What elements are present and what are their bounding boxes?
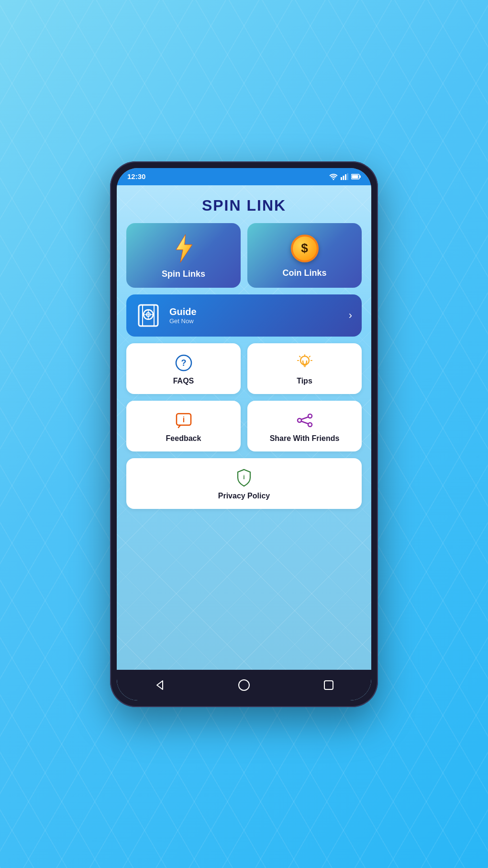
feedback-label: Feedback: [166, 434, 201, 443]
faqs-icon: ?: [175, 354, 193, 372]
svg-point-34: [239, 680, 249, 690]
home-button[interactable]: [233, 675, 255, 696]
spin-links-card[interactable]: Spin Links: [126, 223, 241, 288]
svg-rect-35: [324, 681, 333, 689]
svg-point-28: [298, 418, 301, 422]
svg-line-31: [301, 421, 308, 424]
coin-links-card[interactable]: $ Coin Links: [247, 223, 362, 288]
lightning-icon: [171, 234, 196, 263]
guide-title: Guide: [169, 306, 340, 317]
privacy-policy-label: Privacy Policy: [218, 492, 270, 500]
coin-icon: $: [291, 235, 319, 262]
share-with-friends-label: Share With Friends: [270, 434, 340, 443]
tips-icon: [296, 354, 314, 372]
spin-links-label: Spin Links: [162, 269, 205, 279]
svg-rect-2: [345, 174, 346, 180]
menu-grid: ? FAQS: [126, 343, 362, 451]
home-circle-icon: [237, 678, 251, 692]
svg-rect-0: [341, 177, 342, 180]
svg-rect-1: [343, 176, 344, 180]
signal-icon: [341, 173, 348, 180]
svg-marker-33: [157, 681, 163, 689]
svg-rect-5: [360, 175, 361, 178]
svg-rect-3: [347, 173, 349, 180]
guide-banner[interactable]: Guide Get Now ›: [126, 294, 362, 337]
faqs-card[interactable]: ? FAQS: [126, 343, 241, 394]
svg-line-21: [309, 356, 310, 357]
guide-arrow-icon: ›: [349, 309, 352, 322]
wifi-icon: [329, 173, 338, 180]
svg-line-30: [301, 417, 308, 419]
feedback-icon: i: [175, 411, 193, 429]
status-bar: 12:30: [117, 168, 371, 185]
svg-rect-6: [352, 175, 358, 178]
app-content: SPIN LINK Sp: [117, 185, 371, 670]
battery-icon: [351, 174, 361, 180]
coin-links-label: Coin Links: [282, 268, 326, 278]
share-icon: [296, 411, 314, 429]
shield-privacy-icon: i: [235, 469, 253, 487]
back-button[interactable]: [149, 675, 170, 696]
svg-marker-7: [176, 234, 192, 262]
app-title: SPIN LINK: [126, 197, 362, 214]
svg-point-29: [308, 423, 312, 427]
guide-icon: [136, 303, 161, 328]
status-icons: [329, 173, 361, 180]
recent-apps-icon: [323, 679, 334, 691]
tips-label: Tips: [297, 377, 312, 385]
guide-text: Guide Get Now: [169, 306, 340, 325]
svg-point-27: [308, 414, 312, 418]
back-icon: [153, 679, 166, 691]
svg-point-16: [300, 356, 309, 365]
svg-text:i: i: [243, 474, 244, 481]
share-card[interactable]: Share With Friends: [247, 401, 362, 451]
phone-frame: 12:30: [110, 161, 378, 707]
svg-line-20: [299, 356, 300, 357]
faqs-label: FAQS: [173, 377, 194, 385]
recent-apps-button[interactable]: [318, 675, 339, 696]
nav-bar: [117, 670, 371, 700]
status-time: 12:30: [127, 172, 145, 180]
svg-text:i: i: [182, 416, 184, 424]
privacy-policy-card[interactable]: i Privacy Policy: [126, 458, 362, 509]
feedback-card[interactable]: i Feedback: [126, 401, 241, 451]
guide-subtitle: Get Now: [169, 317, 340, 325]
phone-screen: 12:30: [117, 168, 371, 700]
tips-card[interactable]: Tips: [247, 343, 362, 394]
top-cards-row: Spin Links $ Coin Links: [126, 223, 362, 288]
svg-text:?: ?: [181, 358, 186, 368]
